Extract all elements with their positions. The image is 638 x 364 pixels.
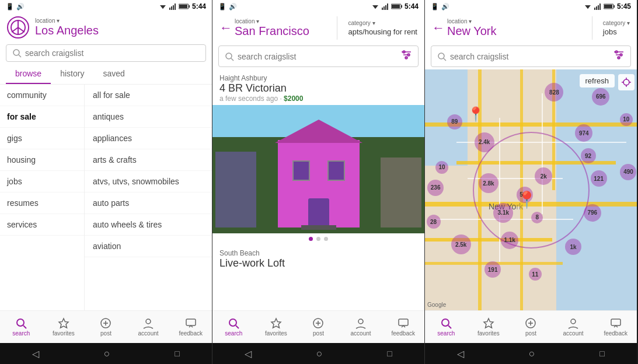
listing1-image[interactable]	[212, 105, 424, 233]
home-android-3[interactable]: ○	[529, 348, 535, 360]
image-dots	[212, 233, 424, 244]
location-info-2: location ▾ San Francisco	[235, 18, 309, 38]
cluster-c7[interactable]: 10	[435, 161, 448, 174]
back-android-3[interactable]: ◁	[457, 348, 464, 359]
cluster-c6[interactable]: 92	[581, 148, 596, 163]
battery-icon	[179, 3, 190, 10]
panel-2: 📱 🔊 5:44 ← location ▾ San Francisco cate…	[212, 0, 424, 364]
recents-android-3[interactable]: □	[599, 349, 604, 358]
cluster-c9[interactable]: 2.4k	[475, 132, 494, 152]
cluster-c17[interactable]: 8	[531, 212, 543, 223]
subcategory-all-for-sale[interactable]: all for sale	[85, 85, 212, 106]
tab-browse[interactable]: browse	[6, 64, 51, 84]
subcategory-auto-wheels[interactable]: auto wheels & tires	[85, 214, 212, 236]
back-android-1[interactable]: ◁	[32, 348, 39, 359]
nav-feedback-3[interactable]: feedback	[594, 311, 637, 343]
recents-android-1[interactable]: □	[175, 349, 179, 358]
cluster-c4[interactable]: 10	[620, 113, 633, 126]
nav-feedback-2[interactable]: feedback	[382, 311, 424, 343]
map-locate-button[interactable]	[618, 74, 634, 90]
search-input-2[interactable]	[238, 52, 397, 61]
subcategory-aviation[interactable]: aviation	[85, 236, 212, 257]
listing2-title[interactable]: Live-work Loft	[219, 257, 417, 270]
cluster-c10[interactable]: 2.8k	[479, 173, 498, 193]
category-jobs[interactable]: jobs	[0, 171, 84, 192]
nav-account-2[interactable]: account	[340, 311, 382, 343]
cluster-c8[interactable]: 236	[427, 180, 444, 196]
cluster-c13[interactable]: 490	[620, 164, 636, 180]
listing1-title[interactable]: 4 BR Victorian	[219, 82, 417, 94]
cluster-c18[interactable]: 796	[584, 204, 601, 222]
map-container[interactable]: New York 828896961097492102362.4k2.8k2k1…	[425, 69, 637, 310]
nav-favorites-1[interactable]: favorites	[43, 311, 85, 343]
back-button-3[interactable]: ←	[432, 20, 445, 36]
category-value-3[interactable]: jobs	[603, 27, 630, 36]
category-services[interactable]: services	[0, 214, 84, 236]
nav-account-3[interactable]: account	[552, 311, 595, 343]
battery-icon-3	[604, 3, 615, 10]
map-background: New York 828896961097492102362.4k2.8k2k1…	[425, 69, 637, 310]
locate-icon	[622, 78, 631, 87]
nav-post-1[interactable]: post	[85, 311, 127, 343]
category-resumes[interactable]: resumes	[0, 192, 84, 214]
map-refresh-button[interactable]: refresh	[580, 74, 615, 88]
category-for-sale[interactable]: for sale	[0, 106, 84, 128]
subcategory-arts-crafts[interactable]: arts & crafts	[85, 149, 212, 171]
nav-search-2[interactable]: search	[212, 311, 255, 343]
location-name-3[interactable]: New York	[447, 24, 497, 38]
map-pin-main[interactable]: 📍	[517, 190, 537, 209]
tab-history[interactable]: history	[51, 64, 93, 84]
svg-rect-28	[384, 6, 385, 10]
window-right	[327, 160, 345, 181]
filter-button-3[interactable]	[613, 50, 625, 63]
subcategory-auto-parts[interactable]: auto parts	[85, 192, 212, 214]
nav-account-1[interactable]: account	[127, 311, 170, 343]
location-name-2[interactable]: San Francisco	[235, 24, 309, 38]
filter-button-2[interactable]	[400, 50, 412, 63]
cluster-c19[interactable]: 2.5k	[451, 235, 471, 254]
cluster-c23[interactable]: 11	[529, 268, 542, 281]
category-value-2[interactable]: apts/housing for rent	[348, 27, 417, 36]
subcategory-atvs[interactable]: atvs, utvs, snowmobiles	[85, 171, 212, 192]
nav-favorites-3[interactable]: favorites	[468, 311, 510, 343]
header-divider-3	[592, 16, 592, 40]
location-name-1[interactable]: Los Angeles	[35, 24, 99, 37]
android-nav-3: ◁ ○ □	[425, 343, 637, 364]
nav-search-1[interactable]: search	[0, 311, 43, 343]
cluster-c20[interactable]: 1.1k	[501, 232, 518, 249]
home-android-2[interactable]: ○	[316, 348, 323, 360]
svg-rect-22	[186, 319, 196, 326]
listing2-header: South Beach Live-work Loft	[212, 244, 424, 272]
svg-marker-44	[271, 318, 281, 328]
nav-feedback-label-2: feedback	[391, 330, 415, 337]
tab-saved[interactable]: saved	[93, 64, 134, 84]
android-nav-2: ◁ ○ □	[212, 343, 424, 364]
home-android-1[interactable]: ○	[104, 348, 110, 360]
nav-favorites-label-3: favorites	[477, 330, 500, 337]
cluster-c12[interactable]: 121	[591, 170, 607, 187]
cluster-c15[interactable]: 28	[427, 215, 441, 229]
subcategory-antiques[interactable]: antiques	[85, 106, 212, 128]
cluster-c2[interactable]: 89	[447, 114, 462, 130]
category-housing[interactable]: housing	[0, 149, 84, 171]
battery-icon-2	[391, 3, 403, 10]
svg-rect-8	[179, 5, 187, 8]
nav-feedback-1[interactable]: feedback	[169, 311, 212, 343]
nav-post-3[interactable]: post	[510, 311, 552, 343]
subcategory-appliances[interactable]: appliances	[85, 128, 212, 149]
category-community[interactable]: community	[0, 85, 84, 106]
map-pin-secondary[interactable]: 📍	[467, 106, 484, 123]
search-input-1[interactable]	[25, 48, 200, 58]
svg-point-21	[146, 319, 151, 324]
nav-search-3[interactable]: search	[425, 311, 468, 343]
recents-android-2[interactable]: □	[387, 349, 392, 358]
cluster-c16[interactable]: 3.1k	[493, 203, 513, 223]
category-gigs[interactable]: gigs	[0, 128, 84, 149]
cluster-c3[interactable]: 696	[592, 88, 609, 106]
back-android-2[interactable]: ◁	[245, 348, 252, 359]
search-input-3[interactable]	[450, 52, 609, 61]
nav-favorites-2[interactable]: favorites	[255, 311, 298, 343]
wifi-icon	[159, 3, 167, 10]
back-button-2[interactable]: ←	[219, 20, 232, 36]
nav-post-2[interactable]: post	[297, 311, 340, 343]
